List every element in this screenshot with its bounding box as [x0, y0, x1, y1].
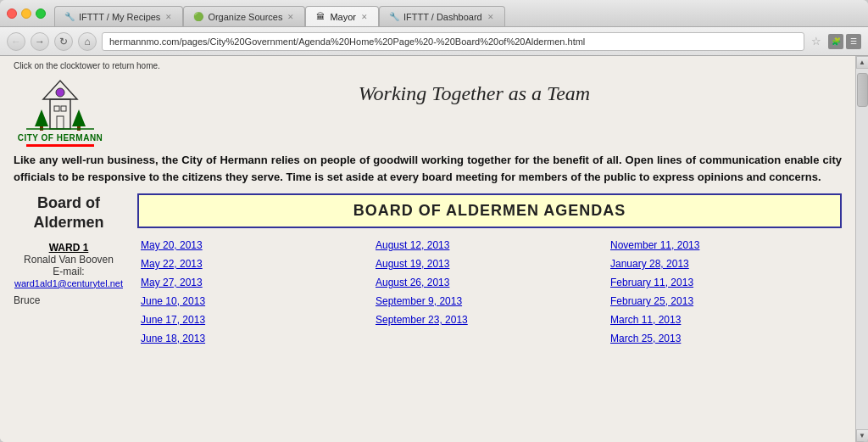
tab-mayor[interactable]: 🏛 Mayor ✕ [305, 6, 379, 26]
board-left: Board of Aldermen WARD 1 Ronald Van Boov… [14, 193, 124, 306]
agenda-link-1-2[interactable]: May 22, 2013 [141, 255, 369, 272]
board-title: Board of Aldermen [14, 193, 124, 233]
board-section: Board of Aldermen WARD 1 Ronald Van Boov… [14, 193, 842, 347]
agenda-link-3-6[interactable]: March 25, 2013 [610, 330, 838, 347]
svg-marker-8 [72, 109, 86, 126]
close-button[interactable] [7, 8, 17, 19]
tab-ifttt-dashboard[interactable]: 🔧 IFTTT / Dashboard ✕ [379, 6, 505, 26]
agenda-link-2-1[interactable]: August 12, 2013 [376, 237, 604, 254]
tab-organize-sources[interactable]: 🟢 Organize Sources ✕ [183, 6, 305, 26]
agenda-link-3-3[interactable]: February 11, 2013 [610, 274, 838, 291]
tab-favicon: 🔧 [64, 11, 75, 23]
red-underline [26, 144, 94, 147]
tab-favicon: 🔧 [388, 11, 400, 23]
site-content: Click on the clocktower to return home. [0, 56, 855, 442]
city-logo [26, 74, 94, 133]
tab-ifttt-recipes[interactable]: 🔧 IFTTT / My Recipes ✕ [54, 6, 183, 26]
intro-paragraph: Like any well-run business, the City of … [14, 152, 842, 185]
logo-area: CITY OF HERMANN [14, 74, 107, 147]
title-bar: 🔧 IFTTT / My Recipes ✕ 🟢 Organize Source… [0, 0, 868, 27]
tab-label: Mayor [330, 12, 356, 22]
tab-bar: 🔧 IFTTT / My Recipes ✕ 🟢 Organize Source… [54, 0, 861, 26]
agenda-col-1: May 20, 2013 May 22, 2013 May 27, 2013 J… [137, 237, 372, 347]
minimize-button[interactable] [21, 8, 31, 19]
agenda-link-2-2[interactable]: August 19, 2013 [376, 255, 604, 272]
ward1-email-link[interactable]: ward1ald1@centurytel.net [14, 278, 123, 288]
traffic-lights [7, 8, 46, 19]
agenda-link-2-5[interactable]: September 23, 2013 [376, 311, 604, 328]
svg-marker-6 [35, 109, 48, 126]
agenda-link-1-4[interactable]: June 10, 2013 [141, 293, 369, 310]
forward-button[interactable]: → [31, 32, 49, 51]
svg-rect-3 [54, 106, 59, 111]
extension-icon-1[interactable]: 🧩 [828, 34, 843, 49]
page-area: Click on the clocktower to return home. [0, 56, 868, 442]
extension-icons: 🧩 ☰ [828, 34, 861, 49]
tab-favicon: 🟢 [192, 11, 204, 23]
url-text: hermannmo.com/pages/City%20Government/Ag… [109, 36, 585, 47]
refresh-button[interactable]: ↻ [54, 32, 73, 51]
ward2-name: Bruce [14, 294, 124, 306]
ward1-name: Ronald Van Booven [14, 254, 124, 266]
agenda-link-3-5[interactable]: March 11, 2013 [610, 311, 838, 328]
back-button[interactable]: ← [7, 32, 25, 51]
tab-close-icon[interactable]: ✕ [164, 12, 174, 22]
agenda-link-3-4[interactable]: February 25, 2013 [610, 293, 838, 310]
tab-close-icon[interactable]: ✕ [486, 12, 496, 22]
agenda-col-2: August 12, 2013 August 19, 2013 August 2… [372, 237, 607, 347]
svg-rect-4 [61, 106, 66, 111]
agenda-link-2-4[interactable]: September 9, 2013 [376, 293, 604, 310]
site-header: CITY OF HERMANN Working Together as a Te… [14, 74, 842, 147]
page-content: Click on the clocktower to return home. [0, 56, 855, 442]
tab-label: Organize Sources [208, 12, 282, 22]
scroll-thumb[interactable] [857, 73, 868, 107]
extension-icon-2[interactable]: ☰ [846, 34, 861, 49]
agenda-link-1-6[interactable]: June 18, 2013 [141, 330, 369, 347]
browser-frame: 🔧 IFTTT / My Recipes ✕ 🟢 Organize Source… [0, 0, 868, 442]
ward1-email-label: E-mail: [14, 266, 124, 277]
svg-rect-5 [57, 116, 64, 129]
tab-close-icon[interactable]: ✕ [359, 12, 370, 22]
agenda-link-1-5[interactable]: June 17, 2013 [141, 311, 369, 328]
agenda-link-3-1[interactable]: November 11, 2013 [610, 237, 838, 254]
bookmark-icon[interactable]: ☆ [810, 35, 823, 48]
agenda-link-2-3[interactable]: August 26, 2013 [376, 274, 604, 291]
tagline: Working Together as a Team [107, 74, 842, 105]
agenda-link-1-1[interactable]: May 20, 2013 [141, 237, 369, 254]
agenda-header-box: BOARD OF ALDERMEN AGENDAS [137, 193, 842, 228]
agenda-link-3-2[interactable]: January 28, 2013 [610, 255, 838, 272]
ward1-section: WARD 1 Ronald Van Booven E-mail: ward1al… [14, 242, 124, 289]
agenda-grid: May 20, 2013 May 22, 2013 May 27, 2013 J… [137, 237, 842, 347]
maximize-button[interactable] [36, 8, 46, 19]
tab-label: IFTTT / Dashboard [403, 12, 482, 22]
address-bar[interactable]: hermannmo.com/pages/City%20Government/Ag… [102, 32, 804, 51]
agenda-link-1-3[interactable]: May 27, 2013 [141, 274, 369, 291]
city-name-label: CITY OF HERMANN [18, 133, 103, 143]
scroll-down-button[interactable]: ▼ [856, 429, 869, 442]
clocktower-link[interactable]: Click on the clocktower to return home. [14, 61, 842, 70]
tab-close-icon[interactable]: ✕ [286, 12, 296, 22]
home-button[interactable]: ⌂ [78, 32, 97, 51]
svg-rect-0 [50, 99, 70, 129]
vertical-scrollbar[interactable]: ▲ ▼ [855, 56, 868, 442]
agenda-section: BOARD OF ALDERMEN AGENDAS May 20, 2013 M… [137, 193, 842, 347]
scroll-up-button[interactable]: ▲ [856, 56, 869, 69]
ward1-heading: WARD 1 [14, 242, 124, 254]
agenda-header-text: BOARD OF ALDERMEN AGENDAS [353, 202, 626, 219]
tab-label: IFTTT / My Recipes [79, 12, 160, 22]
agenda-col-3: November 11, 2013 January 28, 2013 Febru… [607, 237, 842, 347]
scroll-track[interactable] [856, 69, 869, 429]
svg-point-2 [56, 88, 64, 97]
tab-favicon: 🏛 [314, 11, 326, 23]
nav-bar: ← → ↻ ⌂ hermannmo.com/pages/City%20Gover… [0, 27, 868, 56]
